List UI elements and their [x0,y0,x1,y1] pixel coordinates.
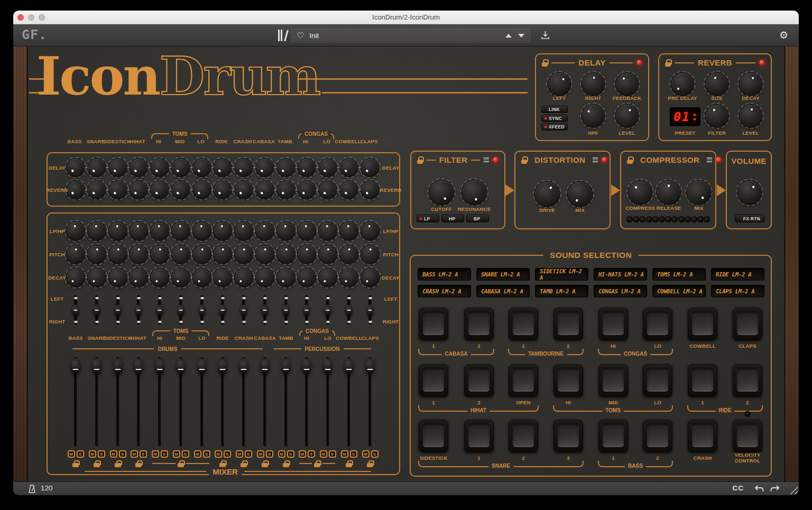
solo-button-conga-lo[interactable]: S [329,450,336,458]
redo-icon[interactable] [770,485,780,494]
sound-display-tamb-lm-2-a[interactable]: TAMB LM-2 A [535,285,588,298]
solo-button-tamb[interactable]: S [287,450,294,458]
sound-display-congas-lm-2-a[interactable]: CONGAS LM-2 A [594,285,647,298]
solo-button-sidestick[interactable]: S [119,450,126,458]
pad-crash[interactable] [688,420,717,452]
pitch-knob-conga-hi[interactable] [298,245,316,263]
fader-crash[interactable] [239,358,248,374]
pan-thumb-tom-mid[interactable] [178,304,184,316]
pan-thumb-conga-lo[interactable] [325,304,331,316]
channel-lock-icon-tamb[interactable] [283,460,289,467]
reverb-filter-knob[interactable] [706,105,728,127]
lphp-knob-tom-hi[interactable] [151,222,169,240]
solo-button-tom-mid[interactable]: S [182,450,189,458]
mute-button-tamb[interactable]: M [278,450,285,458]
preset-down-icon[interactable] [693,118,697,121]
delay-left-knob[interactable] [548,73,570,95]
pad-cabasa-2[interactable] [464,308,494,340]
decay-knob-crash[interactable] [235,268,253,286]
sound-display-claps-lm-2-a[interactable]: CLAPS LM-2 A [711,285,764,298]
group-lock-icon-congas[interactable] [314,460,320,467]
pitch-knob-tom-hi[interactable] [151,245,169,263]
pitch-knob-tamb[interactable] [277,245,295,263]
pan-thumb-bass[interactable] [72,304,79,316]
reverb-decay-knob[interactable] [740,73,762,95]
sound-display-cabasa-lm-2-a[interactable]: CABASA LM-2 A [476,285,530,298]
decay-knob-sidestick[interactable] [109,268,127,286]
distortion-mix-knob[interactable] [568,182,592,206]
decay-knob-conga-hi[interactable] [298,268,316,286]
decay-knob-conga-lo[interactable] [319,268,337,286]
pad-claps[interactable] [733,308,762,340]
pad-velocity-control[interactable] [733,420,762,452]
lphp-knob-sidestick[interactable] [109,222,127,240]
solo-button-bass[interactable]: S [77,450,84,458]
send-reverb-knob-conga-lo[interactable] [319,181,337,199]
pad-tambourine-2[interactable] [553,308,583,340]
distortion-power-led[interactable] [602,157,607,163]
solo-button-tom-hi[interactable]: S [161,450,168,458]
pitch-knob-sidestick[interactable] [109,245,127,263]
undo-icon[interactable] [754,485,764,494]
fader-hihat[interactable] [134,358,143,374]
filter-resonance-knob[interactable] [462,180,486,205]
filter-power-led[interactable] [493,157,499,163]
pan-thumb-claps[interactable] [367,304,374,316]
delay-hpf-knob[interactable] [582,105,604,127]
mute-button-tom-hi[interactable]: M [152,450,159,458]
send-reverb-knob-claps[interactable] [362,181,379,199]
channel-lock-icon-hihat[interactable] [135,460,142,467]
delay-sync-button[interactable]: SYNC [541,115,568,122]
delay-link-button[interactable]: LINK [541,106,568,113]
pan-thumb-sidestick[interactable] [115,304,122,316]
pan-thumb-cabasa[interactable] [262,304,269,316]
fader-cabasa[interactable] [261,358,270,374]
lphp-knob-snare[interactable] [88,222,106,240]
compressor-power-led[interactable] [716,157,722,163]
mute-button-conga-lo[interactable]: M [320,450,327,458]
pitch-knob-claps[interactable] [361,245,379,263]
pad-snare-3[interactable] [553,420,583,452]
mute-button-claps[interactable]: M [362,450,370,458]
delay-xfeed-button[interactable]: XFEED [541,123,568,131]
mute-button-cabasa[interactable]: M [257,450,264,458]
lock-icon[interactable] [627,156,633,164]
solo-button-hihat[interactable]: S [140,450,147,458]
pitch-knob-bass[interactable] [67,245,85,263]
pad-hihat-1[interactable] [419,364,448,397]
channel-lock-icon-claps[interactable] [367,460,373,467]
lock-icon[interactable] [521,156,527,164]
gear-icon[interactable]: ⚙ [779,29,788,41]
fx-rtn-button[interactable]: FX RTN [735,215,764,222]
delay-feedback-knob[interactable] [616,73,638,95]
filter-bp-button[interactable]: BP [466,215,489,222]
send-reverb-knob-crash[interactable] [235,181,253,199]
lphp-knob-ride[interactable] [214,222,232,240]
send-reverb-knob-hihat[interactable] [130,181,147,199]
compressor-mix-knob[interactable] [687,181,710,204]
lphp-knob-hihat[interactable] [130,222,147,240]
mute-button-tom-lo[interactable]: M [194,450,201,458]
compressor-compress-knob[interactable] [629,181,652,204]
send-delay-knob-tom-lo[interactable] [193,159,211,177]
pad-toms-lo[interactable] [643,364,672,397]
favorite-heart-icon[interactable]: ♡ [297,31,304,41]
filter-cutoff-knob[interactable] [429,180,454,205]
tempo-value[interactable]: 120 [41,484,53,492]
send-reverb-knob-conga-hi[interactable] [298,181,316,199]
pad-congas-hi[interactable] [598,308,628,340]
fader-claps[interactable] [366,358,375,374]
pad-toms-mid[interactable] [598,364,628,397]
lphp-knob-tom-mid[interactable] [172,222,190,240]
pitch-knob-hihat[interactable] [130,245,147,263]
solo-button-conga-hi[interactable]: S [308,450,315,458]
send-delay-knob-tom-mid[interactable] [172,159,190,177]
reverb-power-led[interactable] [759,60,765,66]
mute-button-bass[interactable]: M [68,450,75,458]
pad-snare-sidestick[interactable] [419,420,448,452]
mute-button-hihat[interactable]: M [131,450,138,458]
fader-conga-lo[interactable] [324,358,333,374]
send-delay-knob-conga-lo[interactable] [319,159,337,177]
pad-ride-1[interactable] [688,364,717,397]
delay-level-knob[interactable] [616,105,638,127]
